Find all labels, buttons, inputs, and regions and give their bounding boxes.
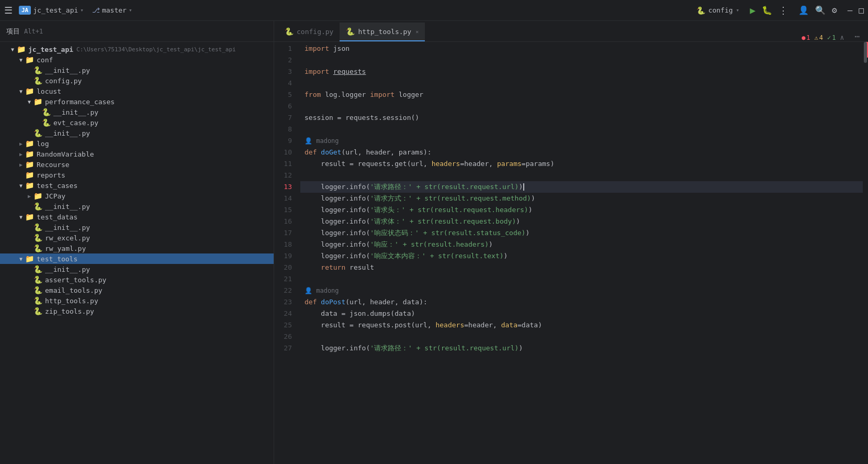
tree-item-reports[interactable]: 📁 reports [0,170,274,180]
sidebar-shortcut: Alt+1 [24,28,43,35]
item-name: test_datas [37,213,77,221]
run-config-label: config [708,6,733,14]
tree-item-test-tools[interactable]: ▼ 📁 test_tools [0,253,274,264]
tree-item-init-conf[interactable]: 🐍 __init__.py [0,65,274,75]
tree-item-zip-tools[interactable]: 🐍 zip_tools.py [0,306,274,316]
item-name: reports [37,171,65,179]
minimize-button[interactable]: — [848,5,853,15]
expand-icon[interactable]: ∧ [840,34,844,41]
debug-icon[interactable]: 🐛 [762,5,772,15]
item-name: locust [37,87,61,95]
folder-icon: 📁 [25,160,35,169]
item-name: jc_test_api [28,46,73,53]
code-content[interactable]: import json import requests from log.log… [300,42,863,464]
line-number: 5 [274,89,296,101]
settings-icon[interactable]: ⚙ [832,5,837,15]
tree-item-performance-cases[interactable]: ▼ 📁 performance_cases [0,96,274,107]
tree-item-test-datas[interactable]: ▼ 📁 test_datas [0,212,274,222]
arrow-icon: ▼ [17,57,25,63]
file-tree: ▼ 📁 jc_test_api C:\Users\75134\Desktop\j… [0,42,274,464]
tree-item-init-locust[interactable]: 🐍 __init__.py [0,128,274,138]
arrow-icon: ▼ [25,99,33,105]
tree-item-init-tc[interactable]: 🐍 __init__.py [0,201,274,212]
code-line-4 [300,78,863,89]
tab-close-button[interactable]: ✕ [415,29,419,35]
tree-item-email-tools[interactable]: 🐍 email_tools.py [0,285,274,295]
tree-item-init-tt[interactable]: 🐍 __init__.py [0,264,274,274]
branch-selector[interactable]: ⎇ master ▾ [92,6,132,14]
folder-icon: 📁 [25,56,35,64]
hamburger-icon[interactable]: ☰ [4,5,13,16]
scrollbar-thumb[interactable] [864,42,867,63]
error-icon: ● [802,34,805,41]
py-tab-icon: 🐍 [285,27,294,36]
code-line-19: logger.info('响应文本内容：' + str(result.text)… [300,250,863,262]
run-config-selector[interactable]: 🐍 config ▾ [696,6,740,15]
item-name: conf [37,56,53,64]
tree-item-init-perf[interactable]: 🐍 __init__.py [0,107,274,117]
tree-item-rw-yaml[interactable]: 🐍 rw_yaml.py [0,243,274,253]
more-options-icon[interactable]: ⋮ [779,5,788,16]
py-icon: 🐍 [33,286,43,294]
tab-config-py[interactable]: 🐍 config.py [278,23,340,41]
folder-icon: 📁 [25,87,35,95]
line-number: 20 [274,262,296,273]
py-icon: 🐍 [33,76,43,85]
line-number: 4 [274,78,296,89]
arrow-icon: ▼ [17,183,25,189]
tree-item-config-py[interactable]: 🐍 config.py [0,75,274,86]
item-name: __init__.py [45,203,90,211]
tree-item-locust[interactable]: ▼ 📁 locust [0,86,274,96]
py-icon: 🐍 [42,118,51,127]
tree-item-http-tools[interactable]: 🐍 http_tools.py [0,295,274,306]
error-badge: ● 1 [802,34,810,41]
code-line-26 [300,331,863,343]
run-button[interactable]: ▶ [750,5,756,16]
item-name: email_tools.py [45,286,103,294]
tree-item-test-cases[interactable]: ▼ 📁 test_cases [0,180,274,191]
arrow-icon: ▶ [17,162,25,168]
project-selector[interactable]: JA jc_test_api ▾ [19,6,84,15]
tree-item-assert-tools[interactable]: 🐍 assert_tools.py [0,274,274,285]
py-icon: 🐍 [33,129,43,137]
editor-area: 🐍 config.py 🐍 http_tools.py ✕ ● 1 ⚠ 4 [274,21,868,464]
search-icon[interactable]: 🔍 [815,5,826,15]
scrollbar[interactable] [863,42,868,464]
folder-icon: 📁 [25,139,35,148]
path-hint: C:\Users\75134\Desktop\jc_test_api\jc_te… [76,46,236,53]
py-icon: 🐍 [33,66,43,74]
tree-item-recourse[interactable]: ▶ 📁 Recourse [0,159,274,170]
maximize-button[interactable]: □ [859,5,864,15]
line-number: 14 [274,193,296,204]
tab-http-tools-py[interactable]: 🐍 http_tools.py ✕ [340,23,425,41]
line-number: 8 [274,124,296,135]
tree-item-rw-excel[interactable]: 🐍 rw_excel.py [0,233,274,243]
folder-icon: 📁 [25,213,35,221]
warning-icon: ⚠ [815,34,818,41]
branch-icon: ⎇ [92,6,100,14]
tree-item-random-variable[interactable]: ▶ 📁 RandomVariable [0,149,274,159]
code-line-23: def doPost(url, header, data): [300,296,863,308]
py-icon: 🐍 [33,202,43,211]
tree-item-log[interactable]: ▶ 📁 log [0,138,274,149]
more-tabs-icon[interactable]: ⋯ [850,31,864,41]
folder-icon: 📁 [25,171,35,179]
line-number: 26 [274,331,296,343]
tree-item-jc_test_api[interactable]: ▼ 📁 jc_test_api C:\Users\75134\Desktop\j… [0,44,274,54]
user-icon[interactable]: 👤 [798,5,809,15]
arrow-icon: ▼ [17,256,25,262]
arrow-icon: ▶ [17,141,25,147]
tree-item-conf[interactable]: ▼ 📁 conf [0,54,274,65]
tree-item-init-td[interactable]: 🐍 __init__.py [0,222,274,233]
folder-icon: 📁 [25,255,35,263]
tree-item-evt-case[interactable]: 🐍 evt_case.py [0,117,274,128]
arrow-icon: ▶ [17,151,25,157]
item-name: Recourse [37,161,70,169]
line-number: 13 [274,181,296,193]
line-number: 3 [274,66,296,78]
item-name: rw_excel.py [45,234,90,242]
code-editor[interactable]: 1 2 3 4 5 6 7 8 9 10 11 12 13 14 15 16 1… [274,42,868,464]
line-number: 9 [274,135,296,147]
item-name: zip_tools.py [45,307,94,315]
tree-item-jcpay[interactable]: ▶ 📁 JCPay [0,191,274,201]
